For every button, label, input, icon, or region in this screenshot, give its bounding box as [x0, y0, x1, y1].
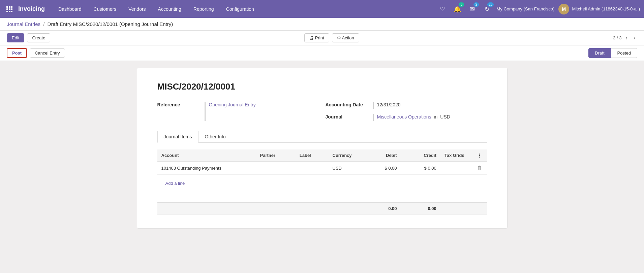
- svg-rect-5: [11, 8, 12, 10]
- messages-icon[interactable]: ✉ 2: [467, 4, 478, 14]
- field-separator-3: [373, 114, 374, 121]
- notifications-badge: 6: [459, 2, 464, 7]
- gear-icon: ⚙: [337, 35, 341, 40]
- status-buttons: Draft Posted: [588, 48, 637, 58]
- journal-value[interactable]: Miscellaneous Operations: [377, 114, 431, 120]
- accounting-date-value: 12/31/2020: [377, 102, 401, 107]
- post-bar: Post Cancel Entry Draft Posted: [0, 45, 644, 61]
- col-debit: Debit: [361, 149, 401, 162]
- grid-icon[interactable]: [4, 4, 15, 14]
- user-menu[interactable]: M Mitchell Admin (11862340-15-0-all): [558, 4, 640, 14]
- delete-row-button[interactable]: 🗑: [477, 165, 483, 171]
- field-separator: [205, 102, 206, 121]
- col-account: Account: [157, 149, 256, 162]
- status-draft-button[interactable]: Draft: [588, 48, 611, 58]
- breadcrumb-separator: /: [43, 21, 44, 27]
- add-line-button[interactable]: Add a line: [161, 178, 189, 189]
- accounting-date-label: Accounting Date: [326, 102, 369, 107]
- next-button[interactable]: ›: [632, 34, 637, 42]
- document-fields: Reference Opening Journal Entry Accounti…: [157, 102, 487, 121]
- col-more[interactable]: ⋮: [473, 149, 487, 162]
- reference-field: Reference Opening Journal Entry: [157, 102, 319, 121]
- prev-button[interactable]: ‹: [623, 34, 629, 42]
- top-navigation: Invoicing Dashboard Customers Vendors Ac…: [0, 0, 644, 18]
- svg-rect-7: [9, 11, 10, 12]
- svg-rect-6: [6, 11, 8, 12]
- journal-label: Journal: [326, 114, 369, 120]
- nav-right-area: ♡ 🔔 6 ✉ 2 ↻ 28 My Company (San Francisco…: [437, 4, 640, 14]
- totals-end: [440, 202, 487, 215]
- breadcrumb-current: Draft Entry MISC/2020/12/0001 (Opening J…: [48, 21, 173, 27]
- breadcrumb: Journal Entries / Draft Entry MISC/2020/…: [0, 18, 644, 31]
- nav-dashboard[interactable]: Dashboard: [53, 0, 87, 18]
- journal-in: in: [434, 114, 437, 120]
- action-button[interactable]: ⚙ Action: [332, 33, 359, 42]
- edit-button[interactable]: Edit: [7, 33, 24, 42]
- user-name: Mitchell Admin (11862340-15-0-all): [572, 6, 640, 11]
- col-partner: Partner: [256, 149, 296, 162]
- pagination: 3 / 3 ‹ ›: [613, 34, 637, 42]
- cell-partner: [256, 162, 296, 175]
- print-button[interactable]: 🖨 Print: [304, 33, 329, 42]
- tab-other-info[interactable]: Other Info: [198, 131, 232, 142]
- journal-items-table: Account Partner Label Currency Debit Cre…: [157, 149, 487, 215]
- cell-debit: $ 0.00: [361, 162, 401, 175]
- col-label: Label: [296, 149, 329, 162]
- cell-tax-grids: [440, 162, 473, 175]
- add-line-row: Add a line: [157, 175, 487, 192]
- notifications-icon[interactable]: 🔔 6: [452, 4, 463, 14]
- cell-currency: USD: [329, 162, 362, 175]
- field-separator-2: [373, 102, 374, 109]
- company-selector[interactable]: My Company (San Francisco): [496, 6, 554, 11]
- updates-icon[interactable]: ↻ 28: [482, 4, 492, 14]
- total-credit: 0.00: [401, 202, 440, 215]
- totals-empty: [157, 202, 362, 215]
- main-content: MISC/2020/12/0001 Reference Opening Jour…: [0, 61, 644, 235]
- updates-badge: 28: [487, 2, 494, 7]
- user-avatar: M: [558, 4, 569, 14]
- accounting-date-field: Accounting Date 12/31/2020: [326, 102, 487, 109]
- reference-label: Reference: [157, 102, 201, 107]
- breadcrumb-parent[interactable]: Journal Entries: [7, 21, 40, 27]
- nav-reporting[interactable]: Reporting: [188, 0, 219, 18]
- messages-badge: 2: [473, 2, 479, 7]
- svg-rect-3: [6, 8, 8, 10]
- nav-vendors[interactable]: Vendors: [123, 0, 151, 18]
- svg-rect-2: [11, 6, 12, 8]
- nav-accounting[interactable]: Accounting: [153, 0, 187, 18]
- tabs: Journal Items Other Info: [157, 131, 487, 143]
- document-number: MISC/2020/12/0001: [157, 81, 487, 92]
- svg-rect-8: [11, 11, 12, 12]
- cancel-entry-button[interactable]: Cancel Entry: [30, 48, 65, 58]
- col-tax-grids: Tax Grids: [440, 149, 473, 162]
- create-button[interactable]: Create: [27, 33, 50, 42]
- tab-journal-items[interactable]: Journal Items: [157, 131, 198, 143]
- nav-configuration[interactable]: Configuration: [221, 0, 259, 18]
- svg-rect-0: [6, 6, 8, 8]
- journal-currency: USD: [440, 114, 450, 120]
- nav-customers[interactable]: Customers: [88, 0, 122, 18]
- col-currency: Currency: [329, 149, 362, 162]
- document-card: MISC/2020/12/0001 Reference Opening Jour…: [137, 68, 508, 229]
- table-row: 101403 Outstanding Payments USD $ 0.00 $…: [157, 162, 487, 175]
- svg-rect-4: [9, 8, 10, 10]
- svg-rect-1: [9, 6, 10, 8]
- cell-label: [296, 162, 329, 175]
- total-debit: 0.00: [361, 202, 401, 215]
- cell-delete: 🗑: [473, 162, 487, 175]
- post-button[interactable]: Post: [7, 48, 27, 58]
- status-posted-button[interactable]: Posted: [611, 48, 637, 58]
- app-title: Invoicing: [18, 5, 45, 12]
- printer-icon: 🖨: [309, 35, 314, 40]
- pagination-count: 3 / 3: [613, 35, 621, 40]
- reference-value[interactable]: Opening Journal Entry: [209, 102, 256, 107]
- spacer-row: [157, 192, 487, 202]
- cell-account: 101403 Outstanding Payments: [157, 162, 256, 175]
- cell-credit: $ 0.00: [401, 162, 440, 175]
- bell-icon[interactable]: ♡: [437, 4, 448, 14]
- totals-row: 0.00 0.00: [157, 202, 487, 215]
- table-header-row: Account Partner Label Currency Debit Cre…: [157, 149, 487, 162]
- col-credit: Credit: [401, 149, 440, 162]
- action-bar: Edit Create 🖨 Print ⚙ Action 3 / 3 ‹ ›: [0, 31, 644, 45]
- journal-field: Journal Miscellaneous Operations in USD: [326, 114, 487, 121]
